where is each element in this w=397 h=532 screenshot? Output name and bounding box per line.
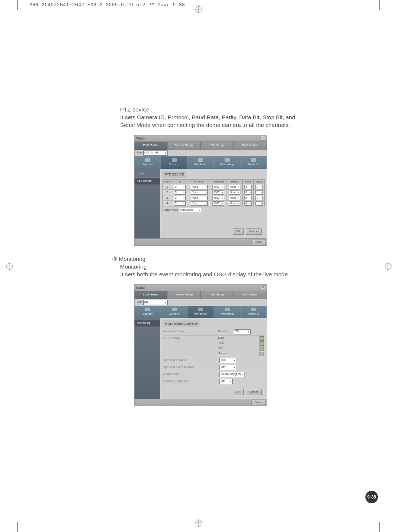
bigtab-camera[interactable]: Camera bbox=[161, 156, 187, 169]
cancel-button[interactable]: Cancel bbox=[246, 389, 262, 395]
tab-site-setup[interactable]: Site Setup bbox=[201, 142, 234, 150]
site-label: Site bbox=[137, 300, 142, 304]
protocol-select[interactable]: None bbox=[191, 201, 208, 206]
id-select[interactable]: 0 bbox=[174, 190, 186, 195]
tab-sw-version[interactable]: S/W Version bbox=[234, 142, 267, 150]
table-header-row: Cam ID Protocol Baudrate Parity Data Sto… bbox=[163, 179, 265, 184]
registration-mark bbox=[384, 262, 392, 270]
bigtab-recording[interactable]: Recording bbox=[214, 156, 240, 169]
data-select[interactable]: 8 bbox=[244, 201, 252, 206]
protocol-select[interactable]: None bbox=[191, 185, 208, 189]
spot-event-select[interactable]: Off bbox=[219, 365, 236, 370]
tab-site-setup[interactable]: Site Setup bbox=[201, 291, 234, 299]
panel-title: PTZ DEVICE bbox=[162, 171, 186, 178]
monitor-out-select[interactable]: Composite(1,2) bbox=[219, 372, 245, 377]
page-number-badge: 9-38 bbox=[365, 491, 378, 503]
network-icon bbox=[251, 308, 256, 311]
checkbox[interactable] bbox=[260, 347, 264, 351]
data-select[interactable]: 8 bbox=[244, 185, 252, 189]
serial-mode-select[interactable]: Half Duplex bbox=[179, 208, 201, 212]
stop-select[interactable]: 1 bbox=[255, 185, 263, 189]
checkbox[interactable] bbox=[260, 341, 264, 346]
printer-slug: SHR-2040/2041/2042-ENG-2 2005.6.29 5:2 P… bbox=[29, 2, 185, 8]
tab-viewer-setup[interactable]: Viewer Setup bbox=[168, 142, 201, 150]
network-icon bbox=[251, 158, 256, 162]
sidebar-item-config[interactable]: Config bbox=[135, 170, 160, 178]
system-icon bbox=[145, 308, 150, 311]
ok-button[interactable]: OK bbox=[233, 228, 244, 235]
screenshot-monitoring: Setup × DVR Setup Viewer Setup Site Setu… bbox=[134, 284, 267, 406]
baud-select[interactable]: 9600 bbox=[212, 190, 224, 195]
site-select[interactable]: [01] bbox=[143, 300, 168, 305]
registration-mark bbox=[194, 5, 203, 13]
id-select[interactable]: 0 bbox=[174, 201, 186, 206]
close-button[interactable]: Close bbox=[251, 400, 265, 406]
row-multi-dvr: Multi DVR Support Off bbox=[162, 378, 265, 385]
row-spot-channel: Spot Out Channel CH1 bbox=[162, 357, 265, 364]
row-spot-event: Spot Out Event Monitor Off bbox=[162, 364, 265, 371]
id-select[interactable]: 0 bbox=[174, 185, 186, 189]
id-select[interactable]: 0 bbox=[174, 196, 186, 200]
checkbox[interactable] bbox=[260, 336, 264, 341]
tab-sw-version[interactable]: S/W Version bbox=[234, 291, 267, 299]
protocol-select[interactable]: None bbox=[191, 190, 208, 195]
ptz-table: Cam ID Protocol Baudrate Parity Data Sto… bbox=[162, 179, 265, 206]
parity-select[interactable]: None bbox=[229, 185, 240, 189]
camera-icon bbox=[172, 308, 177, 311]
monitoring-heading: - Monitoring bbox=[112, 263, 311, 271]
ptz-desc: It sets Camera ID, Protocol, Baud Rate, … bbox=[112, 114, 311, 129]
bigtab-monitoring[interactable]: Monitoring bbox=[187, 306, 214, 318]
window-title: Setup bbox=[136, 136, 145, 141]
registration-mark bbox=[194, 519, 203, 527]
top-tabs: DVR Setup Viewer Setup Site Setup S/W Ve… bbox=[135, 142, 267, 150]
table-row: 4 0 None 9600 None 8 1 bbox=[163, 201, 265, 206]
monitoring-desc: It sets both the event monitoring and OS… bbox=[112, 271, 311, 279]
data-select[interactable]: 8 bbox=[244, 190, 252, 195]
protocol-select[interactable]: None bbox=[191, 196, 208, 200]
crop-mark bbox=[379, 0, 380, 10]
sidebar-item-monitoring[interactable]: Monitoring bbox=[135, 320, 160, 327]
tab-dvr-setup[interactable]: DVR Setup bbox=[135, 291, 168, 299]
spot-channel-select[interactable]: CH1 bbox=[219, 358, 236, 363]
monitor-icon bbox=[198, 158, 203, 162]
baud-select[interactable]: 9600 bbox=[212, 196, 224, 200]
bigtab-network[interactable]: Network bbox=[240, 156, 267, 169]
crop-mark bbox=[17, 522, 18, 532]
bigtab-network[interactable]: Network bbox=[240, 306, 267, 318]
tab-viewer-setup[interactable]: Viewer Setup bbox=[168, 291, 201, 299]
table-row: 3 0 None 9600 None 8 1 bbox=[163, 195, 265, 201]
close-button[interactable]: Close bbox=[251, 239, 265, 245]
sidebar-item-ptz-device[interactable]: PTZ device bbox=[135, 178, 160, 185]
close-icon[interactable]: × bbox=[261, 136, 265, 141]
cancel-button[interactable]: Cancel bbox=[246, 228, 262, 235]
parity-select[interactable]: None bbox=[229, 201, 240, 206]
bigtab-system[interactable]: System bbox=[135, 156, 161, 169]
multi-dvr-select[interactable]: Off bbox=[219, 379, 233, 384]
data-select[interactable]: 8 bbox=[244, 196, 252, 200]
baud-select[interactable]: 9600 bbox=[212, 201, 224, 206]
parity-select[interactable]: None bbox=[229, 196, 240, 200]
panel-title: MONITORING SETUP bbox=[162, 320, 200, 327]
tab-dvr-setup[interactable]: DVR Setup bbox=[135, 142, 168, 150]
window-title: Setup bbox=[136, 285, 145, 290]
checkbox[interactable] bbox=[260, 352, 264, 356]
stop-select[interactable]: 1 bbox=[255, 196, 263, 200]
camera-icon bbox=[172, 158, 177, 162]
table-row: 2 0 None 9600 None 8 1 bbox=[163, 190, 265, 195]
stop-select[interactable]: 1 bbox=[255, 201, 263, 206]
ok-button[interactable]: OK bbox=[233, 389, 244, 395]
page-content: - PTZ device It sets Camera ID, Protocol… bbox=[112, 106, 311, 409]
parity-select[interactable]: None bbox=[229, 190, 240, 195]
record-icon bbox=[225, 308, 230, 311]
bigtab-recording[interactable]: Recording bbox=[214, 306, 240, 318]
bigtab-system[interactable]: System bbox=[135, 306, 161, 318]
ptz-heading: - PTZ device bbox=[112, 106, 311, 114]
close-icon[interactable]: × bbox=[261, 285, 265, 290]
screenshot-ptz: Setup × DVR Setup Viewer Setup Site Setu… bbox=[134, 135, 267, 246]
baud-select[interactable]: 9600 bbox=[212, 185, 224, 189]
stop-select[interactable]: 1 bbox=[255, 190, 263, 195]
bigtab-camera[interactable]: Camera bbox=[161, 306, 187, 318]
site-select[interactable]: LOCAL-01 bbox=[143, 150, 168, 156]
duration-select[interactable]: Off bbox=[234, 329, 251, 334]
bigtab-monitoring[interactable]: Monitoring bbox=[187, 156, 214, 169]
